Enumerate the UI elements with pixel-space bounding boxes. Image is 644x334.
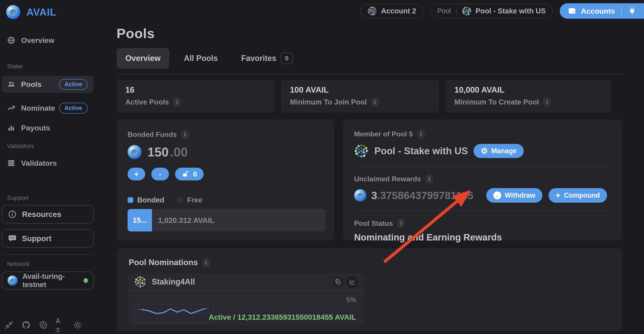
tab-label: Favorites (241, 54, 276, 63)
sidebar-section-network: Network (7, 260, 111, 268)
tab-favorites[interactable]: Favorites 0 (232, 47, 302, 70)
pool-pill[interactable]: Pool Pool - Stake with US (430, 4, 553, 18)
globe-icon (7, 36, 16, 44)
card-divider (354, 210, 611, 211)
withdraw-button[interactable]: ↓ Withdraw (486, 188, 542, 203)
info-icon[interactable]: i (181, 130, 189, 139)
commission-label: 5% (346, 296, 356, 304)
accounts-divider (621, 6, 622, 16)
trending-up-icon (7, 104, 16, 112)
reward-amount-int: 3 (371, 190, 377, 202)
bond-remove-button[interactable]: - (151, 168, 169, 180)
member-title: Member of Pool 5 (354, 130, 413, 138)
page-title: Pools (116, 26, 644, 41)
active-badge: Active (59, 103, 88, 114)
bond-bar: 15... 1,020.312 AVAIL (128, 209, 326, 232)
sidebar-item-pools[interactable]: Pools Active (2, 76, 94, 93)
pool-nominations-card: Pool Nominations i Staking4All (116, 248, 622, 331)
accounts-button[interactable]: Accounts (560, 3, 644, 19)
tabs-divider (116, 74, 622, 74)
info-icon[interactable]: i (173, 97, 181, 107)
free-legend-label: Free (187, 196, 202, 204)
stat-label: Active Pools (125, 98, 169, 106)
plug-icon[interactable] (628, 6, 643, 16)
pool-identicon (354, 144, 369, 158)
bond-add-button[interactable]: + (128, 168, 145, 180)
network-selector[interactable]: Avail-turing-testnet (2, 272, 94, 290)
account-pill-label: Account 2 (381, 7, 416, 15)
collapse-icon[interactable] (4, 320, 14, 330)
tabs: Overview All Pools Favorites 0 (116, 47, 644, 70)
sidebar-footer: A文 (4, 320, 83, 330)
resources-label: Resources (22, 210, 61, 219)
sidebar-section-validators: Validators (7, 142, 111, 150)
bar-chart-icon (7, 124, 16, 132)
pool-pill-prefix: Pool (437, 7, 451, 15)
sidebar-section-stake: Stake (7, 63, 111, 70)
copy-address-button[interactable] (332, 276, 344, 288)
bonded-funds-card: Bonded Funds i 150 .00 + - 0 (116, 120, 334, 240)
stat-value: 16 (125, 85, 266, 94)
stat-card-min-create: 10,000 AVAIL Minimum To Create Pool i (446, 80, 611, 112)
info-icon[interactable]: i (417, 129, 425, 139)
info-icon (8, 210, 17, 219)
sidebar-item-payouts[interactable]: Payouts (2, 119, 94, 136)
info-icon[interactable]: i (202, 258, 210, 267)
stat-label: Minimum To Join Pool (290, 98, 367, 106)
topbar: Account 2 Pool Pool - Stake with US Acco… (116, 3, 644, 19)
stat-label: Minimum To Create Pool (454, 98, 539, 106)
network-logo (8, 276, 18, 286)
resources-button[interactable]: Resources (2, 205, 94, 224)
active-badge: Active (59, 79, 88, 90)
bonded-bar-fill: 15... (128, 209, 152, 232)
member-pool-name: Pool - Stake with US (374, 146, 468, 156)
theme-icon[interactable] (72, 320, 83, 330)
unlocks-count: 0 (193, 170, 197, 178)
pool-status-title: Pool Status (354, 219, 393, 228)
github-icon[interactable] (21, 320, 31, 330)
avail-token-icon (128, 145, 142, 159)
compound-button[interactable]: + Compound (548, 188, 607, 203)
server-icon (7, 159, 16, 167)
plus-icon: + (556, 191, 560, 200)
tab-overview[interactable]: Overview (116, 48, 169, 69)
users-icon (7, 80, 16, 88)
pool-identicon (462, 6, 472, 16)
manage-button[interactable]: ⚙ Manage (474, 144, 524, 158)
avail-logo (6, 5, 20, 19)
sidebar-item-label: Nominate (21, 104, 55, 112)
sidebar-section-support: Support (7, 194, 111, 202)
account-identicon (367, 6, 377, 16)
chat-icon (8, 234, 17, 243)
sidebar: AVAIL Overview Stake Pools Active Nomina… (0, 0, 111, 334)
metrics-button[interactable] (346, 276, 358, 288)
stat-card-active-pools: 16 Active Pools i (116, 80, 274, 112)
tab-label: All Pools (184, 54, 218, 63)
info-icon[interactable]: i (543, 97, 551, 107)
sidebar-item-label: Overview (21, 36, 54, 45)
support-button[interactable]: Support (2, 229, 94, 248)
validator-name: Staking4All (152, 277, 195, 286)
unlocks-button[interactable]: 0 (175, 168, 204, 180)
bonded-amount-dec: .00 (170, 144, 188, 159)
bonded-swatch (128, 197, 133, 203)
info-icon[interactable]: i (371, 97, 379, 107)
language-icon[interactable]: A文 (56, 320, 66, 330)
pool-status-text: Nominating and Earning Rewards (354, 232, 611, 243)
sidebar-item-validators[interactable]: Validators (2, 154, 94, 172)
info-icon[interactable]: i (397, 218, 405, 228)
bonded-funds-title: Bonded Funds (128, 130, 177, 138)
nomination-item: Staking4All 5% Active / 12,312.233659315… (129, 274, 364, 326)
tab-all-pools[interactable]: All Pools (175, 48, 226, 69)
sidebar-item-label: Validators (21, 159, 57, 168)
bonded-legend-label: Bonded (137, 196, 164, 204)
reward-amount-dec: .3758643799781145 (377, 190, 474, 202)
sidebar-item-nominate[interactable]: Nominate Active (2, 100, 94, 116)
account-pill[interactable]: Account 2 (360, 4, 423, 18)
settings-icon[interactable] (38, 320, 48, 330)
compound-button-label: Compound (564, 192, 600, 199)
brand-name: AVAIL (26, 6, 56, 18)
info-icon[interactable]: i (425, 174, 433, 184)
cards-row: Bonded Funds i 150 .00 + - 0 (116, 120, 644, 240)
sidebar-item-overview[interactable]: Overview (2, 32, 94, 49)
